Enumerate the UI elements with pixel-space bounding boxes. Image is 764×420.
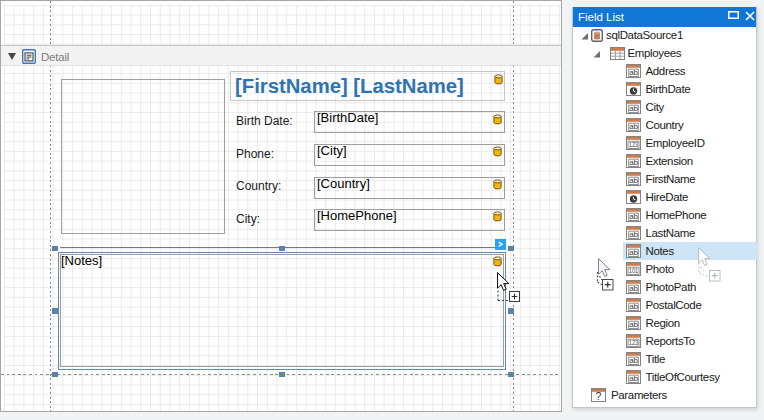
svg-text:ab: ab xyxy=(629,122,638,131)
svg-text:123: 123 xyxy=(629,339,639,346)
svg-text:ab: ab xyxy=(629,158,638,167)
svg-text:ab: ab xyxy=(629,320,638,329)
svg-text:123: 123 xyxy=(629,141,639,148)
svg-text:ab: ab xyxy=(629,68,638,77)
svg-text:ab: ab xyxy=(629,176,638,185)
svg-text:ab: ab xyxy=(629,374,638,383)
svg-text:101: 101 xyxy=(629,267,639,274)
svg-text:ab: ab xyxy=(629,104,638,113)
svg-text:ab: ab xyxy=(629,302,638,311)
svg-text:ab: ab xyxy=(629,356,638,365)
svg-text:ab: ab xyxy=(629,284,638,293)
svg-text:?: ? xyxy=(596,390,602,402)
svg-text:ab: ab xyxy=(629,212,638,221)
svg-text:ab: ab xyxy=(629,230,638,239)
svg-text:ab: ab xyxy=(629,248,638,257)
